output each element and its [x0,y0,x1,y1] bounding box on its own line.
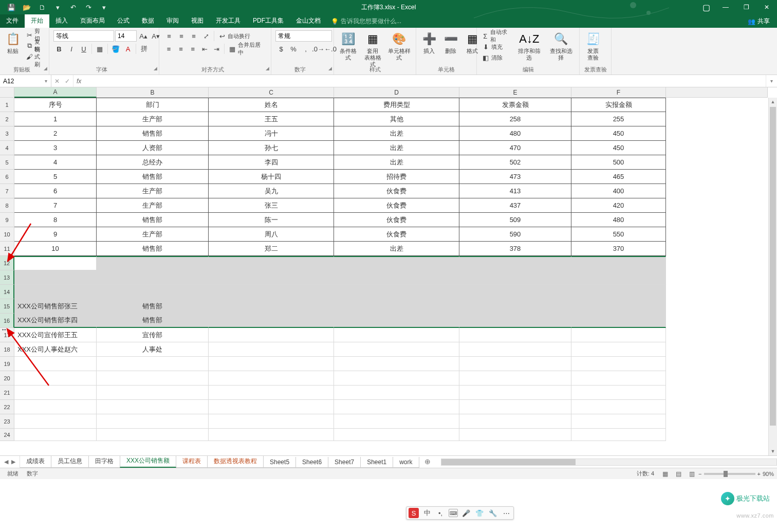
cell[interactable] [209,328,334,342]
row-header-18[interactable]: 18 [0,342,14,357]
dialog-launcher-icon[interactable]: ◢ [44,66,47,71]
align-right-icon[interactable]: ≡ [188,43,198,54]
row-header-8[interactable]: 8 [0,198,14,213]
cell[interactable]: 473 [459,170,571,184]
zoom-level[interactable]: 90% [763,471,774,477]
phonetic-button[interactable]: 拼 [138,43,150,54]
format-as-table-button[interactable]: ▦套用 表格格式 [360,30,384,69]
cell[interactable] [571,386,666,400]
cell[interactable]: 陈一 [209,213,334,227]
cell[interactable] [14,285,97,299]
cell[interactable]: 伙食费 [334,213,459,227]
zoom-out-icon[interactable]: − [698,471,701,477]
sheet-tab[interactable]: 数据透视表教程 [207,456,264,468]
row-header-24[interactable]: 24 [0,429,14,441]
select-all-corner[interactable] [0,87,14,98]
cell[interactable] [14,270,97,285]
cell[interactable]: 5 [14,170,97,184]
qat-customize-icon[interactable]: ▾ [97,1,111,13]
cell[interactable]: XXX公司销售部李四 [14,314,97,328]
qat-redo[interactable]: ↷ [81,1,96,13]
tab-insert[interactable]: 插入 [49,14,74,28]
align-bottom-icon[interactable]: ≡ [188,30,199,42]
cell[interactable] [459,386,571,400]
sheet-tab[interactable]: Sheet5 [263,457,296,468]
cell[interactable]: 10 [14,242,97,256]
tell-me-search[interactable]: 💡告诉我您想要做什么... [327,15,405,28]
name-box-input[interactable] [0,77,41,86]
sheet-next-icon[interactable]: ▶ [11,458,15,465]
zoom-in-icon[interactable]: + [757,471,761,477]
column-header-D[interactable]: D [334,87,459,98]
cells-area[interactable]: 序号部门姓名费用类型发票金额实报金额1生产部王五其他2582552销售部冯十出差… [14,98,768,455]
cell[interactable]: 6 [14,184,97,198]
vertical-scrollbar[interactable]: ▲ ▼ [768,98,777,455]
ime-mic-icon[interactable]: 🎤 [461,508,471,518]
sheet-tab[interactable]: work [393,457,419,468]
cell[interactable]: 冯十 [209,126,334,141]
ime-toolbar[interactable]: S 中 •, ⌨ 🎤 👕 🔧 ⋯ [406,506,514,520]
underline-button[interactable]: U [78,43,89,54]
cell[interactable] [334,429,459,441]
column-header-A[interactable]: A [14,87,97,98]
cell[interactable]: 8 [14,213,97,227]
cell[interactable]: 4 [14,155,97,170]
cell[interactable] [459,414,571,429]
cell[interactable] [209,285,334,299]
row-header-4[interactable]: 4 [0,141,14,155]
cell[interactable]: 450 [571,126,666,141]
tab-file[interactable]: 文件 [0,14,25,28]
cell[interactable]: 500 [571,155,666,170]
ime-more-icon[interactable]: ⋯ [501,508,511,518]
row-header-5[interactable]: 5 [0,155,14,170]
cell[interactable] [334,256,459,270]
bold-button[interactable]: B [53,43,65,54]
cell[interactable]: 出差 [334,242,459,256]
cell[interactable] [459,357,571,371]
row-header-15[interactable]: 15 [0,299,14,314]
cell[interactable] [459,429,571,441]
cell[interactable]: 255 [571,112,666,126]
autosum-button[interactable]: Σ自动求和 [480,31,512,41]
dialog-launcher-icon[interactable]: ◢ [154,66,157,71]
cell[interactable]: 销售部 [97,314,209,328]
cell[interactable] [459,270,571,285]
cell[interactable] [334,400,459,414]
cell[interactable]: 总经办 [97,155,209,170]
cell[interactable] [459,371,571,386]
restore-button[interactable]: ❐ [736,0,756,14]
cell[interactable]: 502 [459,155,571,170]
cell[interactable] [97,357,209,371]
cell[interactable]: 其他 [334,112,459,126]
tab-home[interactable]: 开始 [25,14,49,28]
cell[interactable]: 出差 [334,141,459,155]
cell[interactable]: 李四 [209,155,334,170]
dialog-launcher-icon[interactable]: ◢ [266,66,269,71]
cell[interactable] [97,256,209,270]
wrap-text-button[interactable]: ↩自动换行 [216,31,252,41]
cell[interactable] [14,371,97,386]
ime-logo-icon[interactable]: S [409,508,419,518]
cell[interactable]: 费用类型 [334,98,459,112]
column-header-B[interactable]: B [97,87,209,98]
cell[interactable]: 509 [459,213,571,227]
cell[interactable]: 413 [459,184,571,198]
scroll-up-icon[interactable]: ▲ [769,98,777,106]
merge-center-button[interactable]: ▦合并后居中 [227,44,267,54]
cell[interactable]: 人事处 [97,342,209,357]
qat-dropdown-icon[interactable]: ▾ [50,1,65,13]
currency-icon[interactable]: $ [275,43,287,54]
horizontal-scrollbar[interactable] [441,456,777,468]
cell[interactable] [14,256,97,270]
cell[interactable] [97,414,209,429]
cell[interactable] [209,429,334,441]
cell[interactable]: 420 [571,198,666,213]
cell[interactable]: 张三 [209,198,334,213]
number-format-select[interactable] [275,30,332,42]
cell[interactable]: 480 [459,126,571,141]
cell[interactable] [459,328,571,342]
row-header-3[interactable]: 3 [0,126,14,141]
qat-save[interactable]: 💾 [4,1,18,13]
cell[interactable] [571,256,666,270]
find-select-button[interactable]: 🔍查找和选择 [545,30,577,62]
